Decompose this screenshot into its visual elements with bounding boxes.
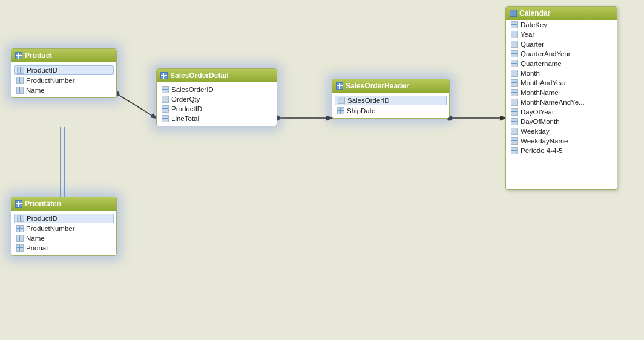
field-icon: [17, 215, 24, 222]
table-prioritaeten-header: Prioritäten: [12, 197, 116, 211]
field-prio-prioriaet[interactable]: Prioriät: [12, 243, 116, 253]
field-prio-productnumber[interactable]: ProductNumber: [12, 224, 116, 234]
field-icon: [511, 108, 518, 116]
calendar-field-monthnameandye[interactable]: MonthNameAndYe...: [506, 97, 617, 107]
table-salesorderdetail-title: SalesOrderDetail: [170, 71, 229, 80]
field-icon: [162, 96, 169, 103]
diagram-canvas: Product ProductID ProductNumber Name Sal…: [0, 0, 644, 340]
calendar-field-quarterandyear[interactable]: QuarterAndYear: [506, 49, 617, 59]
field-icon: [511, 31, 518, 38]
table-icon: [510, 10, 517, 17]
table-prioritaeten-body: ProductID ProductNumber Name Prioriät: [12, 211, 116, 255]
table-prioritaeten[interactable]: Prioritäten ProductID ProductNumber Name…: [11, 197, 117, 256]
calendar-field-dayofmonth[interactable]: DayOfMonth: [506, 117, 617, 126]
table-product-title: Product: [25, 51, 52, 60]
field-icon: [511, 41, 518, 48]
field-icon: [511, 89, 518, 96]
calendar-field-weekday[interactable]: Weekday: [506, 126, 617, 136]
table-product[interactable]: Product ProductID ProductNumber Name: [11, 48, 117, 98]
field-sod-orderqty[interactable]: OrderQty: [157, 94, 277, 104]
calendar-field-dayofyear[interactable]: DayOfYear: [506, 107, 617, 117]
table-product-body: ProductID ProductNumber Name: [12, 62, 116, 97]
field-sod-linetotal[interactable]: LineTotal: [157, 114, 277, 123]
field-icon: [511, 50, 518, 57]
field-icon: [511, 70, 518, 77]
panel-calendar[interactable]: Calendar DateKey Year Quarter QuarterAnd…: [505, 6, 617, 190]
panel-calendar-header: Calendar: [506, 7, 617, 20]
table-salesorderdetail-header: SalesOrderDetail: [157, 69, 277, 82]
field-icon: [16, 77, 24, 84]
calendar-field-monthandyear[interactable]: MonthAndYear: [506, 78, 617, 88]
field-icon: [16, 87, 24, 94]
field-product-productnumber[interactable]: ProductNumber: [12, 76, 116, 85]
field-sod-salesorderid[interactable]: SalesOrderID: [157, 85, 277, 94]
table-salesorderheader-header: SalesOrderHeader: [332, 79, 449, 93]
calendar-field-quarter[interactable]: Quarter: [506, 39, 617, 49]
table-salesorderdetail[interactable]: SalesOrderDetail SalesOrderID OrderQty P…: [156, 68, 277, 126]
field-prio-name[interactable]: Name: [12, 234, 116, 243]
table-product-header: Product: [12, 49, 116, 62]
field-icon: [511, 99, 518, 106]
table-icon: [160, 72, 168, 79]
calendar-field-periode445[interactable]: Periode 4-4-5: [506, 146, 617, 155]
field-soh-salesorderid[interactable]: SalesOrderID: [335, 96, 447, 105]
field-icon: [511, 60, 518, 67]
calendar-field-year[interactable]: Year: [506, 30, 617, 39]
table-salesorderheader[interactable]: SalesOrderHeader SalesOrderID ShipDate: [332, 79, 450, 119]
field-icon: [337, 107, 344, 114]
field-soh-shipdate[interactable]: ShipDate: [332, 106, 449, 116]
field-icon: [162, 105, 169, 113]
field-icon: [511, 118, 518, 125]
field-product-name[interactable]: Name: [12, 85, 116, 95]
table-icon: [15, 200, 22, 208]
table-salesorderheader-title: SalesOrderHeader: [346, 82, 409, 90]
table-icon: [336, 82, 343, 90]
calendar-field-monthname[interactable]: MonthName: [506, 88, 617, 97]
field-product-productid[interactable]: ProductID: [14, 65, 114, 75]
field-icon: [16, 235, 24, 242]
calendar-field-month[interactable]: Month: [506, 68, 617, 78]
field-icon: [162, 115, 169, 122]
calendar-field-list[interactable]: DateKey Year Quarter QuarterAndYear Quar…: [506, 20, 617, 189]
panel-calendar-title: Calendar: [519, 9, 550, 18]
calendar-field-quartername[interactable]: Quartername: [506, 59, 617, 68]
table-salesorderdetail-body: SalesOrderID OrderQty ProductID LineTota…: [157, 82, 277, 126]
field-icon: [511, 128, 518, 135]
field-icon: [17, 67, 24, 74]
table-icon: [15, 52, 22, 59]
calendar-field-weekdayname[interactable]: WeekdayName: [506, 136, 617, 146]
field-sod-productid[interactable]: ProductID: [157, 104, 277, 114]
field-icon: [511, 21, 518, 28]
field-icon: [338, 97, 345, 104]
field-icon: [162, 86, 169, 93]
field-prio-productid[interactable]: ProductID: [14, 214, 114, 223]
field-icon: [511, 147, 518, 154]
field-icon: [511, 79, 518, 87]
field-icon: [16, 225, 24, 232]
svg-line-0: [117, 94, 156, 118]
table-prioritaeten-title: Prioritäten: [25, 200, 61, 208]
field-icon: [511, 137, 518, 145]
calendar-field-datekey[interactable]: DateKey: [506, 20, 617, 30]
table-salesorderheader-body: SalesOrderID ShipDate: [332, 93, 449, 118]
field-icon: [16, 244, 24, 252]
